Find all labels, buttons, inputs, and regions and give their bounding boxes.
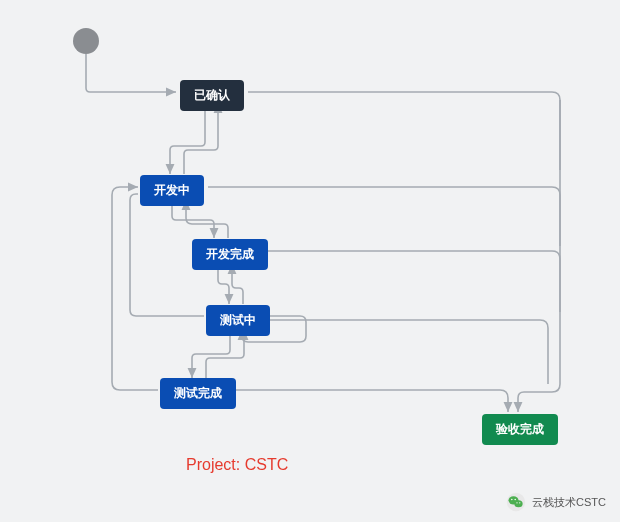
footer-brand: 云栈技术CSTC xyxy=(506,492,606,512)
node-label: 测试中 xyxy=(220,313,256,327)
node-label: 开发中 xyxy=(154,183,190,197)
svg-point-4 xyxy=(514,499,516,501)
node-label: 验收完成 xyxy=(496,422,544,436)
node-confirmed: 已确认 xyxy=(180,80,244,111)
wechat-icon xyxy=(506,492,526,512)
svg-point-3 xyxy=(511,499,512,501)
node-label: 开发完成 xyxy=(206,247,254,261)
start-node xyxy=(73,28,99,54)
node-accept-done: 验收完成 xyxy=(482,414,558,445)
svg-point-6 xyxy=(519,502,520,503)
node-in-dev: 开发中 xyxy=(140,175,204,206)
footer-text: 云栈技术CSTC xyxy=(532,495,606,510)
node-label: 测试完成 xyxy=(174,386,222,400)
node-dev-done: 开发完成 xyxy=(192,239,268,270)
node-test-done: 测试完成 xyxy=(160,378,236,409)
svg-point-2 xyxy=(514,500,522,507)
project-caption: Project: CSTC xyxy=(186,456,288,474)
node-in-test: 测试中 xyxy=(206,305,270,336)
node-label: 已确认 xyxy=(194,88,230,102)
workflow-diagram: 已确认 开发中 开发完成 测试中 测试完成 验收完成 Project: CSTC… xyxy=(0,0,620,522)
svg-point-5 xyxy=(516,502,517,503)
